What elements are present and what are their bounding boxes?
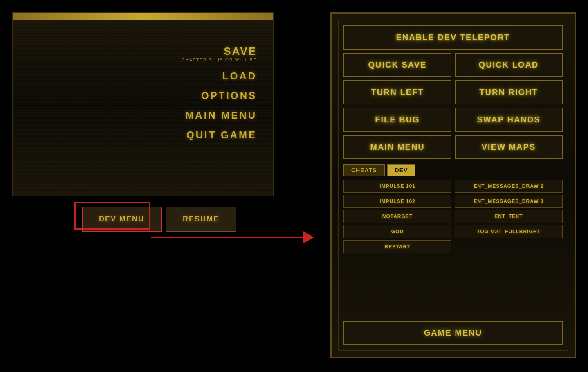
quick-save-load-row: QUICK SAVE QUICK LOAD [343,53,563,77]
load-menu-item[interactable]: LOAD [222,67,257,85]
main-menu-view-maps-row: MAIN MENU VIEW MAPS [343,135,563,159]
view-maps-button[interactable]: VIEW MAPS [455,135,563,159]
dev-item-ent-messages-draw2[interactable]: ENT_MESSAGES_DRAW 2 [455,180,563,193]
resume-button[interactable]: RESUME [166,207,236,232]
options-menu-item[interactable]: OPTIONS [201,87,257,105]
cheat-item-god[interactable]: GOD [343,225,451,238]
turn-right-button[interactable]: TURN RIGHT [455,80,563,104]
dev-right-col: ENT_MESSAGES_DRAW 2 ENT_MESSAGES_DRAW 0 … [455,180,563,316]
cheat-item-impulse101[interactable]: IMPULSE 101 [343,180,451,193]
dev-item-ent-text[interactable]: ENT_TEXT [455,210,563,223]
cheat-item-notarget[interactable]: NOTARGET [343,210,451,223]
arrow-line [151,237,303,238]
tabs-row: CHEATS DEV [343,164,563,176]
dev-menu-inner: ENABLE DEV TELEPORT QUICK SAVE QUICK LOA… [338,20,568,351]
bottom-buttons-container: DEV MENU RESUME [82,207,236,232]
arrow-head [303,231,314,244]
game-menu-button[interactable]: GAME MENU [343,321,563,345]
main-menu-items: SAVE CHAPTER 3 : IS OR WILL BE LOAD OPTI… [182,20,257,144]
cheat-item-impulse102[interactable]: IMPULSE 102 [343,195,451,208]
enable-dev-teleport-button[interactable]: ENABLE DEV TELEPORT [343,25,563,50]
main-menu-item[interactable]: MAIN MENU [185,106,257,124]
cheat-list-container: IMPULSE 101 IMPULSE 102 NOTARGET GOD RES… [343,180,563,316]
turn-left-button[interactable]: TURN LEFT [343,80,451,104]
dev-menu-panel: ENABLE DEV TELEPORT QUICK SAVE QUICK LOA… [330,12,576,358]
dev-item-tog-mat-fullbright[interactable]: TOG MAT_FULLBRIGHT [455,225,563,238]
dev-item-ent-messages-draw0[interactable]: ENT_MESSAGES_DRAW 0 [455,195,563,208]
swap-hands-button[interactable]: SWAP HANDS [455,108,563,132]
dev-tab[interactable]: DEV [387,164,416,176]
quick-load-button[interactable]: QUICK LOAD [455,53,563,77]
main-menu-dev-button[interactable]: MAIN MENU [343,135,451,159]
file-bug-button[interactable]: FILE BUG [343,108,451,132]
cheats-tab[interactable]: CHEATS [343,164,385,176]
arrow-indicator [151,229,327,246]
save-label: SAVE [182,45,257,58]
file-bug-swap-row: FILE BUG SWAP HANDS [343,108,563,132]
quit-game-menu-item[interactable]: QUIT GAME [186,126,257,144]
cheat-item-restart[interactable]: RESTART [343,240,451,253]
quick-save-button[interactable]: QUICK SAVE [343,53,451,77]
turn-row: TURN LEFT TURN RIGHT [343,80,563,104]
dev-menu-button[interactable]: DEV MENU [82,207,162,232]
save-subtitle: CHAPTER 3 : IS OR WILL BE [182,58,257,62]
cheats-left-col: IMPULSE 101 IMPULSE 102 NOTARGET GOD RES… [343,180,451,316]
save-menu-section: SAVE CHAPTER 3 : IS OR WILL BE [182,45,257,62]
left-game-menu-panel: SAVE CHAPTER 3 : IS OR WILL BE LOAD OPTI… [12,12,274,196]
